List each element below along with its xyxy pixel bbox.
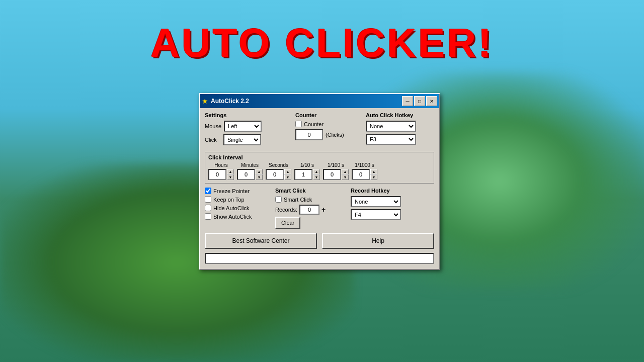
keep-label: Keep on Top [213,197,245,203]
hundredth-down[interactable]: ▼ [342,174,349,180]
title-bar-buttons: ─ □ ✕ [402,96,437,106]
thousandth-label: 1/1000 s [355,162,374,168]
freeze-label: Freeze Pointer [213,188,250,194]
hide-label: Hide AutoClick [213,205,250,211]
interval-tenth: 1/10 s ▲ ▼ [294,162,320,180]
tenth-up[interactable]: ▲ [313,169,320,174]
hotkey-select-2[interactable]: F1F2F3F4 [366,134,416,145]
interval-section: Click Interval Hours ▲ ▼ Minutes [205,152,434,184]
show-row: Show AutoClick [205,213,270,220]
action-buttons: Best Software Center Help [205,233,434,249]
hours-down[interactable]: ▼ [227,174,234,180]
tenth-down[interactable]: ▼ [313,174,320,180]
freeze-checkbox[interactable] [205,188,211,194]
settings-label: Settings [205,112,290,118]
record-hotkey-select-1[interactable]: NoneF1F2F3 [351,196,401,207]
interval-hours: Hours ▲ ▼ [208,162,234,180]
thousandth-up[interactable]: ▲ [370,169,377,174]
show-checkbox[interactable] [205,213,211,220]
thousandth-input[interactable] [352,169,370,180]
window-content: Settings Mouse Left Right Middle Click S… [200,108,439,269]
seconds-spinner-btns: ▲ ▼ [284,169,291,180]
tenth-spinner-btns: ▲ ▼ [313,169,320,180]
smart-label: Smart Click [275,188,346,194]
interval-cols: Hours ▲ ▼ Minutes ▲ [208,162,431,180]
counter-checkbox[interactable] [295,121,302,127]
record-section: Record Hotkey NoneF1F2F3 F1F2F3F4 [351,188,434,229]
bottom-row: Freeze Pointer Keep on Top Hide AutoClic… [205,188,434,229]
interval-seconds: Seconds ▲ ▼ [266,162,291,180]
counter-input[interactable] [295,129,323,140]
keep-row: Keep on Top [205,196,270,203]
counter-label: Counter [295,112,361,118]
interval-hundredth: 1/100 s ▲ ▼ [323,162,349,180]
smart-checkbox-row: Smart Click [275,196,346,203]
plus-icon: + [321,206,326,214]
hours-label: Hours [214,162,228,168]
tenth-input[interactable] [294,169,312,180]
counter-checkbox-label: Counter [304,121,324,127]
records-input[interactable] [299,205,319,215]
click-select[interactable]: Single Double [223,134,261,145]
hours-spinner: ▲ ▼ [208,169,234,180]
hotkey-select-1[interactable]: NoneF1F2F3 [366,121,416,132]
hours-input[interactable] [208,169,226,180]
seconds-up[interactable]: ▲ [284,169,291,174]
window-title: AutoClick 2.2 [211,98,249,105]
help-button[interactable]: Help [322,233,434,249]
settings-section: Settings Mouse Left Right Middle Click S… [205,112,290,148]
tenth-spinner: ▲ ▼ [294,169,320,180]
click-row: Click Single Double [205,134,290,145]
smart-checkbox[interactable] [275,196,282,203]
hundredth-up[interactable]: ▲ [342,169,349,174]
counter-value-row: (Clicks) [295,129,361,140]
records-row: Records: + [275,205,346,215]
counter-section: Counter Counter (Clicks) [295,112,361,148]
clicks-unit: (Clicks) [326,132,344,138]
seconds-down[interactable]: ▼ [284,174,291,180]
hundredth-input[interactable] [323,169,341,180]
top-row: Settings Mouse Left Right Middle Click S… [205,112,434,148]
records-label: Records: [275,207,297,213]
keep-checkbox[interactable] [205,196,211,203]
smart-checkbox-label: Smart Click [284,197,312,203]
hotkey-section: Auto Click Hotkey NoneF1F2F3 F1F2F3F4 [366,112,434,148]
minutes-down[interactable]: ▼ [256,174,263,180]
hide-row: Hide AutoClick [205,205,270,211]
thousandth-spinner-btns: ▲ ▼ [370,169,377,180]
click-label: Click [205,137,221,143]
thousandth-spinner: ▲ ▼ [352,169,377,180]
mouse-select[interactable]: Left Right Middle [224,121,262,132]
record-hotkey-label: Record Hotkey [351,188,434,194]
hundredth-spinner-btns: ▲ ▼ [342,169,349,180]
clear-button[interactable]: Clear [275,217,300,229]
close-button[interactable]: ✕ [426,96,437,106]
minutes-input[interactable] [237,169,255,180]
interval-title: Click Interval [208,154,431,160]
title-bar-left: ★ AutoClick 2.2 [202,97,249,105]
title-bar: ★ AutoClick 2.2 ─ □ ✕ [200,94,439,108]
interval-minutes: Minutes ▲ ▼ [237,162,263,180]
thousandth-down[interactable]: ▼ [370,174,377,180]
seconds-input[interactable] [266,169,284,180]
hide-checkbox[interactable] [205,205,211,211]
freeze-row: Freeze Pointer [205,188,270,194]
tenth-label: 1/10 s [300,162,314,168]
minutes-spinner-btns: ▲ ▼ [256,169,263,180]
minimize-button[interactable]: ─ [402,96,413,106]
title-star-icon: ★ [202,97,208,105]
best-software-button[interactable]: Best Software Center [205,233,317,249]
hundredth-label: 1/100 s [328,162,344,168]
record-hotkey-select-2[interactable]: F1F2F3F4 [351,209,401,220]
bottom-bar-input[interactable] [205,253,434,264]
hours-up[interactable]: ▲ [227,169,234,174]
minutes-spinner: ▲ ▼ [237,169,263,180]
page-title: AUTO CLICKER! [0,20,644,66]
hotkey-label: Auto Click Hotkey [366,112,434,118]
minutes-up[interactable]: ▲ [256,169,263,174]
mouse-row: Mouse Left Right Middle [205,121,290,132]
hundredth-spinner: ▲ ▼ [323,169,349,180]
minutes-label: Minutes [241,162,259,168]
maximize-button[interactable]: □ [414,96,425,106]
app-window: ★ AutoClick 2.2 ─ □ ✕ Settings Mouse Lef… [199,93,440,270]
